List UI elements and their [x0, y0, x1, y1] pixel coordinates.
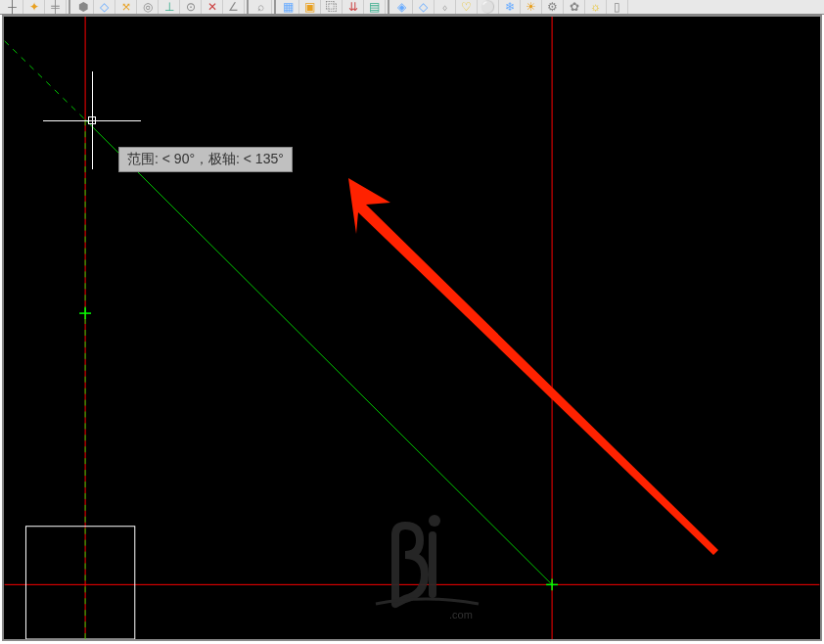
sun-icon[interactable]: ☼: [585, 0, 607, 14]
toolbar-separator: [69, 0, 70, 14]
toolbar-separator: [247, 0, 249, 14]
block-tool-icon[interactable]: ▣: [299, 0, 321, 14]
gear2-icon[interactable]: ✿: [564, 0, 585, 14]
layer-icon[interactable]: ▦: [278, 0, 299, 14]
bulb-off-icon[interactable]: ⚪: [478, 0, 499, 14]
layer-grey-icon[interactable]: ⬨: [435, 0, 456, 14]
zoom-icon[interactable]: ⌕: [251, 0, 272, 14]
snap-perp-icon[interactable]: ⊥: [159, 0, 180, 14]
freeze-icon[interactable]: ❄: [499, 0, 521, 14]
save-icon[interactable]: ▯: [607, 0, 628, 14]
gear-icon[interactable]: ⚙: [542, 0, 564, 14]
snap-endpoint-icon[interactable]: ┼: [2, 0, 23, 14]
snap-app-icon[interactable]: ∠: [223, 0, 245, 14]
drawing-canvas[interactable]: 范围: < 90°，极轴: < 135° .com: [2, 15, 822, 641]
copy-tool-icon[interactable]: ⿻: [321, 0, 343, 14]
toolbar-separator: [388, 0, 389, 14]
snap-intersection-icon[interactable]: ⤧: [115, 0, 137, 14]
snap-center-icon[interactable]: ╪: [45, 0, 67, 14]
thaw-icon[interactable]: ☀: [521, 0, 542, 14]
light-bulb-icon[interactable]: ♡: [456, 0, 478, 14]
paste-tool-icon[interactable]: ⇊: [343, 0, 364, 14]
toolbar: ┼ ✦ ╪ ⬢ ◇ ⤧ ◎ ⊥ ⊙ ✕ ∠ ⌕ ▦ ▣ ⿻ ⇊ ▤ ◈ ◇ ⬨ …: [0, 0, 824, 15]
layers-manage-icon[interactable]: ◇: [413, 0, 435, 14]
annotation-arrow: [4, 17, 824, 643]
snap-node-icon[interactable]: ⬢: [72, 0, 94, 14]
toolbar-separator: [274, 0, 276, 14]
snap-tangent-icon[interactable]: ⊙: [180, 0, 202, 14]
snap-quad-icon[interactable]: ◇: [94, 0, 115, 14]
snap-midpoint-icon[interactable]: ✦: [23, 0, 45, 14]
snap-extension-icon[interactable]: ◎: [137, 0, 159, 14]
doc-tool-icon[interactable]: ▤: [364, 0, 386, 14]
snap-near-icon[interactable]: ✕: [202, 0, 223, 14]
arrow-head-icon: [348, 178, 718, 555]
layers-stack-icon[interactable]: ◈: [391, 0, 413, 14]
